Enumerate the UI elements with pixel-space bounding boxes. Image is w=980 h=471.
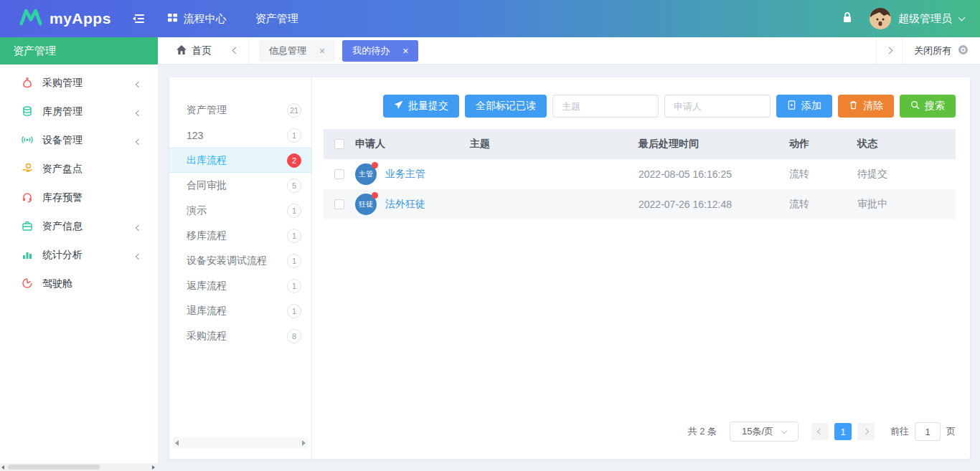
table-row[interactable]: 狂徒 法外狂徒 2022-07-26 16:12:48 流转 审批中 [324, 189, 956, 219]
row-checkbox[interactable] [334, 169, 344, 179]
column-header: 动作 [789, 138, 857, 151]
category-item[interactable]: 合同审批 5 [169, 173, 311, 198]
table-row[interactable]: 主管 业务主管 2022-08-05 16:16:25 流转 待提交 [324, 159, 956, 189]
category-item[interactable]: 资产管理 21 [169, 97, 311, 123]
applicant-link[interactable]: 法外狂徒 [385, 198, 425, 211]
main-content: 资产管理 21 123 1 出库流程 2 合同审批 5 演示 1 移库流程 1 [158, 65, 980, 471]
count-badge: 1 [287, 204, 301, 218]
content-card: 资产管理 21 123 1 出库流程 2 合同审批 5 演示 1 移库流程 1 [169, 77, 970, 459]
category-horizontal-scrollbar[interactable] [173, 437, 308, 449]
goto-page-input[interactable] [915, 422, 941, 441]
subheader-row: 资产管理 首页 信息管理 × 我的待办 × 关闭所有 [0, 37, 980, 65]
category-item[interactable]: 采购流程 8 [169, 323, 311, 348]
cell-action: 流转 [789, 168, 857, 181]
add-button[interactable]: 添加 [776, 95, 832, 118]
count-badge: 5 [287, 179, 301, 193]
table-header: 申请人 主题 最后处理时间 动作 状态 [324, 129, 956, 159]
category-item[interactable]: 返库流程 1 [169, 273, 311, 298]
select-all-checkbox[interactable] [334, 139, 344, 149]
mark-all-read-button[interactable]: 全部标记已读 [465, 95, 547, 118]
applicant-link[interactable]: 业务主管 [385, 168, 425, 181]
document-add-icon [787, 100, 796, 112]
chevron-left-icon [136, 77, 141, 89]
money-bag-icon [22, 77, 33, 90]
sidebar-item-stock-alert[interactable]: 库存预警 [0, 184, 158, 212]
home-label: 首页 [192, 44, 212, 57]
tab-label: 信息管理 [269, 44, 306, 57]
search-button[interactable]: 搜索 [900, 95, 956, 118]
prev-page-button[interactable] [811, 423, 829, 440]
sidebar-item-purchase-management[interactable]: 采购管理 [0, 69, 158, 97]
close-icon[interactable]: × [319, 46, 325, 56]
bar-chart-icon [22, 249, 33, 262]
scroll-right-arrow-icon[interactable] [152, 465, 155, 470]
sidebar-item-warehouse-management[interactable]: 库房管理 [0, 97, 158, 126]
row-checkbox[interactable] [334, 199, 344, 209]
tabbar-right: 关闭所有 [876, 37, 980, 64]
count-badge: 1 [287, 279, 301, 293]
tabs-scroll-left-button[interactable] [223, 37, 249, 64]
unread-dot [372, 192, 378, 199]
applicant-avatar: 狂徒 [355, 194, 377, 215]
category-item[interactable]: 演示 1 [169, 198, 311, 223]
category-item-active[interactable]: 出库流程 2 [169, 148, 311, 173]
tab-info-management[interactable]: 信息管理 × [259, 40, 335, 62]
category-item[interactable]: 123 1 [169, 123, 311, 148]
nav-asset-management[interactable]: 资产管理 [255, 12, 298, 26]
tab-my-todo[interactable]: 我的待办 × [342, 40, 418, 62]
batch-submit-button[interactable]: 批量提交 [383, 95, 459, 118]
gauge-icon [22, 277, 33, 291]
sidebar-collapse-icon[interactable] [131, 12, 146, 25]
close-all-button[interactable]: 关闭所有 [902, 37, 980, 64]
sidebar-item-label: 驾驶舱 [42, 277, 72, 290]
count-badge: 1 [287, 128, 301, 143]
column-header: 申请人 [355, 138, 470, 151]
logo-m-icon [19, 8, 43, 29]
sidebar-item-label: 采购管理 [42, 77, 83, 90]
scroll-right-arrow-icon[interactable] [302, 440, 306, 446]
pagination: 共 2 条 15条/页 1 前往 页 [324, 422, 956, 444]
clear-button[interactable]: 清除 [838, 95, 894, 118]
category-item[interactable]: 退库流程 1 [169, 298, 311, 323]
scroll-left-arrow-icon[interactable] [175, 440, 179, 446]
close-icon[interactable]: × [402, 46, 408, 56]
sidebar-item-statistics[interactable]: 统计分析 [0, 241, 158, 270]
category-item[interactable]: 移库流程 1 [169, 223, 311, 248]
nav-label: 流程中心 [184, 12, 227, 26]
sidebar-item-asset-inventory[interactable]: 资产盘点 [0, 155, 158, 184]
sidebar-item-label: 库存预警 [42, 191, 83, 204]
nav-process-center[interactable]: 流程中心 [167, 12, 227, 26]
next-page-button[interactable] [857, 423, 875, 440]
scrollbar-thumb[interactable] [8, 465, 100, 470]
sidebar-item-cockpit[interactable]: 驾驶舱 [0, 270, 158, 298]
window-horizontal-scrollbar[interactable] [0, 463, 156, 471]
sidebar-item-asset-info[interactable]: 资产信息 [0, 212, 158, 241]
lock-icon[interactable] [842, 11, 852, 26]
user-menu[interactable]: 超级管理员 [870, 8, 964, 29]
app-logo[interactable]: myApps [19, 8, 111, 29]
scroll-left-arrow-icon[interactable] [1, 465, 4, 470]
count-badge: 8 [287, 329, 301, 343]
tabs-scroll-right-button[interactable] [876, 37, 902, 64]
tab-settings-icon[interactable] [958, 44, 969, 57]
subject-input[interactable] [552, 95, 659, 118]
applicant-input[interactable] [664, 95, 771, 118]
tab-home[interactable]: 首页 [165, 37, 223, 64]
page-size-select[interactable]: 15条/页 [730, 422, 798, 442]
open-tabs: 信息管理 × 我的待办 × [259, 40, 876, 62]
count-badge: 1 [287, 254, 301, 268]
workflow-category-panel: 资产管理 21 123 1 出库流程 2 合同审批 5 演示 1 移库流程 1 [169, 77, 312, 459]
page-unit-label: 页 [946, 425, 956, 438]
cell-status: 待提交 [857, 168, 956, 181]
user-name: 超级管理员 [898, 12, 952, 26]
chevron-left-icon [136, 135, 141, 146]
category-item[interactable]: 设备安装调试流程 1 [169, 248, 311, 273]
todo-table-panel: 批量提交 全部标记已读 添加 清除 [312, 77, 970, 459]
current-page-button[interactable]: 1 [834, 423, 852, 440]
coins-icon [22, 105, 33, 119]
sidebar-item-device-management[interactable]: 设备管理 [0, 126, 158, 155]
count-badge: 21 [287, 103, 301, 118]
tab-label: 我的待办 [352, 44, 390, 57]
trash-icon [849, 100, 858, 112]
count-badge-red: 2 [287, 153, 301, 168]
